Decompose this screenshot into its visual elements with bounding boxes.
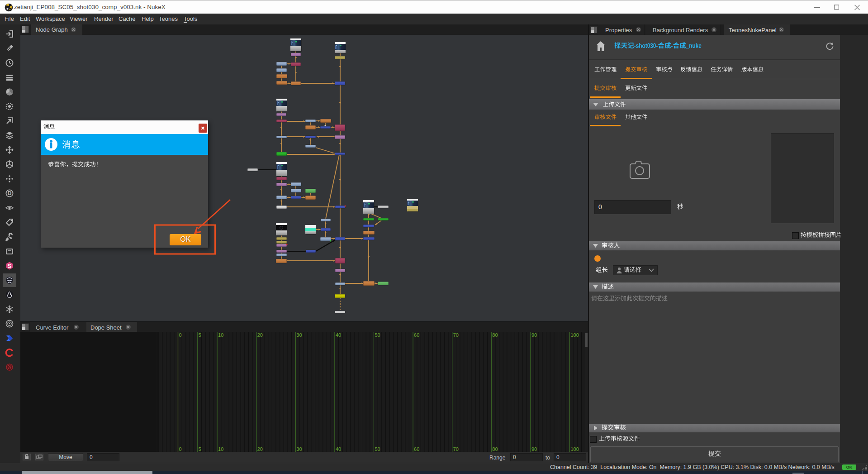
- svg-text:70: 70: [453, 446, 459, 452]
- svg-text:30: 30: [296, 446, 302, 452]
- svg-text:5: 5: [199, 332, 201, 338]
- svg-text:90: 90: [531, 332, 537, 338]
- svg-text:70: 70: [453, 332, 459, 338]
- svg-text:50: 50: [375, 332, 380, 338]
- svg-text:40: 40: [336, 446, 341, 452]
- svg-text:80: 80: [492, 332, 498, 338]
- svg-text:20: 20: [257, 446, 263, 452]
- svg-text:50: 50: [375, 446, 380, 452]
- svg-text:S: S: [8, 263, 11, 269]
- svg-text:20: 20: [257, 332, 263, 338]
- svg-text:10: 10: [218, 446, 223, 452]
- svg-text:90: 90: [531, 446, 537, 452]
- svg-text:0: 0: [179, 446, 182, 452]
- svg-text:60: 60: [414, 446, 419, 452]
- svg-text:30: 30: [296, 332, 302, 338]
- svg-text:80: 80: [492, 446, 498, 452]
- svg-text:D: D: [8, 190, 12, 196]
- svg-text:100: 100: [571, 446, 579, 452]
- svg-text:100: 100: [571, 332, 579, 338]
- svg-text:60: 60: [414, 332, 419, 338]
- svg-text:40: 40: [336, 332, 341, 338]
- svg-text:0: 0: [179, 332, 182, 338]
- svg-text:10: 10: [218, 332, 223, 338]
- svg-text:5: 5: [199, 446, 201, 452]
